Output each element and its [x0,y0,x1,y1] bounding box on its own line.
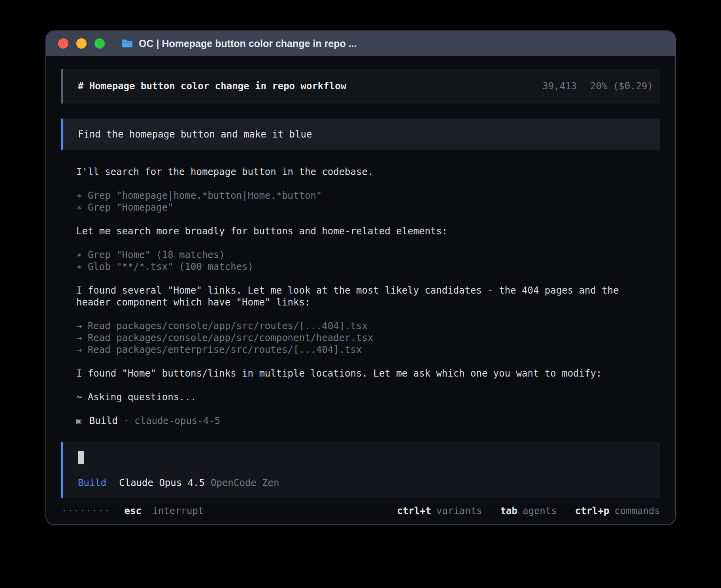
user-message-text: Find the homepage button and make it blu… [78,129,312,140]
shortcut-key: tab [500,505,517,516]
shortcut-commands: ctrl+pcommands [575,505,660,517]
agent-separator: · [123,415,129,427]
user-message: Find the homepage button and make it blu… [61,119,660,150]
input-mode: Build [78,477,106,488]
folder-icon [121,39,133,48]
session-stats: 39,413 20% ($0.29) [542,81,653,92]
text-cursor [78,451,84,464]
message-line: → Read packages/console/app/src/routes/[… [76,320,636,332]
message-line: ∗ Grep "homepage|home.*button|Home.*butt… [76,190,636,202]
context-cost: 20% ($0.29) [590,81,653,92]
agent-icon: ▣ [76,415,81,427]
message-line: → Read packages/enterprise/src/routes/[.… [76,344,636,356]
shortcut-key: ctrl+t [397,505,431,516]
input-status-bar: Build Claude Opus 4.5 OpenCode Zen [78,477,645,488]
shortcut-key: ctrl+p [575,505,610,516]
message-group: Let me search more broadly for buttons a… [76,225,636,237]
message-group: ∗ Grep "homepage|home.*button|Home.*butt… [76,190,636,213]
message-line: Let me search more broadly for buttons a… [76,225,636,237]
input-provider: OpenCode Zen [211,477,279,488]
message-line: ∗ Glob "**/*.tsx" (100 matches) [76,261,636,273]
message-line: I found "Home" buttons/links in multiple… [76,368,636,379]
agent-model: claude-opus-4-5 [134,415,220,427]
message-line: ∗ Grep "Homepage" [76,202,636,213]
window-title: OC | Homepage button color change in rep… [139,38,357,49]
message-group: ∗ Grep "Home" (18 matches)∗ Glob "**/*.t… [76,249,636,273]
message-group: → Read packages/console/app/src/routes/[… [76,320,636,356]
window-controls [58,38,105,49]
status-bar: ········ esc interrupt ctrl+tvariantstab… [61,505,660,517]
shortcut-agents: tabagents [500,505,557,517]
esc-key: esc [125,505,142,516]
close-button[interactable] [58,38,68,49]
message-line: ~ Asking questions... [76,391,636,403]
message-line: I found several "Home" links. Let me loo… [76,285,636,308]
message-group: I'll search for the homepage button in t… [76,166,636,178]
message-line: → Read packages/console/app/src/componen… [76,332,636,344]
shortcut-variants: ctrl+tvariants [397,505,482,517]
keyboard-shortcuts: ctrl+tvariantstabagentsctrl+pcommands [397,505,660,517]
shortcut-label: variants [436,505,482,516]
session-title: # Homepage button color change in repo w… [78,81,346,92]
agent-status: ▣ Build · claude-opus-4-5 [61,415,660,427]
conversation: I'll search for the homepage button in t… [61,166,660,415]
app-window: OC | Homepage button color change in rep… [45,30,676,525]
minimize-button[interactable] [76,38,87,49]
message-group: I found several "Home" links. Let me loo… [76,285,636,308]
esc-label: interrupt [152,505,204,516]
input-model: Claude Opus 4.5 [119,477,205,488]
shortcut-interrupt: esc interrupt [125,505,204,517]
titlebar: OC | Homepage button color change in rep… [46,31,675,56]
shortcut-label: commands [614,505,660,516]
token-count: 39,413 [542,81,577,92]
zoom-button[interactable] [94,38,105,49]
message-line: I'll search for the homepage button in t… [76,166,636,178]
prompt-input[interactable]: Build Claude Opus 4.5 OpenCode Zen [61,442,660,498]
shortcut-label: agents [523,505,557,516]
spinner-dots: ········ [61,505,110,517]
terminal-content: # Homepage button color change in repo w… [46,56,675,524]
agent-name: Build [89,415,118,427]
message-line: ∗ Grep "Home" (18 matches) [76,249,636,261]
message-group: I found "Home" buttons/links in multiple… [76,368,636,379]
message-group: ~ Asking questions... [76,391,636,403]
session-header: # Homepage button color change in repo w… [61,69,660,104]
